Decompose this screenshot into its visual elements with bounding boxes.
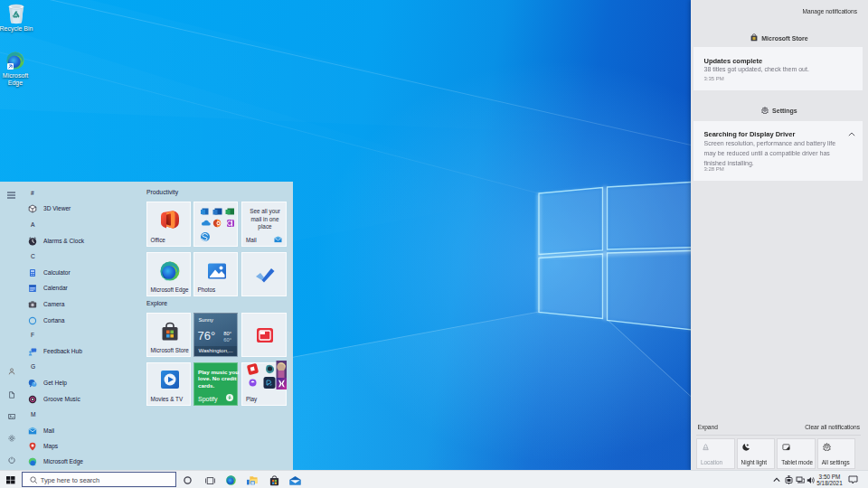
- svg-text:?: ?: [33, 382, 35, 386]
